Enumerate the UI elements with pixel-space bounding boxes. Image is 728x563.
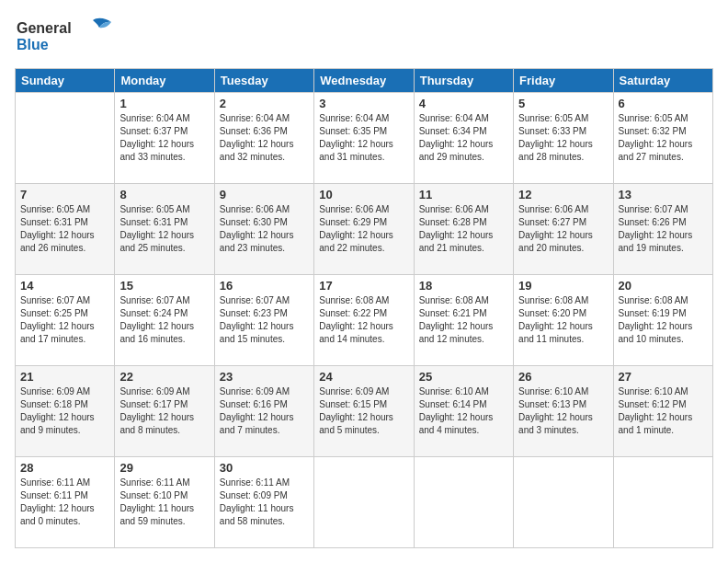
day-number: 2 bbox=[220, 97, 309, 110]
day-number: 18 bbox=[419, 279, 508, 293]
day-number: 17 bbox=[319, 279, 408, 293]
day-number: 26 bbox=[518, 370, 608, 384]
day-header-tuesday: Tuesday bbox=[214, 69, 313, 93]
calendar-week-5: 28Sunrise: 6:11 AM Sunset: 6:11 PM Dayli… bbox=[16, 457, 713, 548]
day-number: 4 bbox=[419, 97, 508, 110]
calendar-cell: 10Sunrise: 6:06 AM Sunset: 6:29 PM Dayli… bbox=[314, 184, 414, 275]
day-info: Sunrise: 6:07 AM Sunset: 6:25 PM Dayligh… bbox=[20, 294, 109, 346]
day-info: Sunrise: 6:11 AM Sunset: 6:11 PM Dayligh… bbox=[20, 477, 109, 528]
calendar-cell: 7Sunrise: 6:05 AM Sunset: 6:31 PM Daylig… bbox=[16, 184, 115, 275]
svg-text:Blue: Blue bbox=[17, 37, 49, 52]
day-info: Sunrise: 6:04 AM Sunset: 6:36 PM Dayligh… bbox=[220, 112, 309, 164]
calendar-cell: 16Sunrise: 6:07 AM Sunset: 6:23 PM Dayli… bbox=[214, 275, 313, 366]
calendar-cell: 24Sunrise: 6:09 AM Sunset: 6:15 PM Dayli… bbox=[314, 366, 414, 457]
calendar-cell bbox=[613, 457, 712, 548]
day-info: Sunrise: 6:05 AM Sunset: 6:33 PM Dayligh… bbox=[518, 112, 608, 164]
day-info: Sunrise: 6:07 AM Sunset: 6:26 PM Dayligh… bbox=[619, 203, 708, 255]
day-number: 15 bbox=[119, 279, 209, 293]
day-number: 16 bbox=[220, 279, 309, 293]
logo-block: General Blue bbox=[15, 15, 116, 59]
calendar-body: 1Sunrise: 6:04 AM Sunset: 6:37 PM Daylig… bbox=[16, 93, 713, 548]
day-info: Sunrise: 6:08 AM Sunset: 6:19 PM Dayligh… bbox=[619, 294, 708, 346]
day-info: Sunrise: 6:08 AM Sunset: 6:21 PM Dayligh… bbox=[419, 294, 508, 346]
day-info: Sunrise: 6:10 AM Sunset: 6:12 PM Dayligh… bbox=[619, 385, 708, 437]
day-header-monday: Monday bbox=[115, 69, 214, 93]
calendar-cell bbox=[514, 457, 613, 548]
logo: General Blue bbox=[15, 15, 116, 59]
day-number: 20 bbox=[619, 279, 708, 293]
calendar-cell: 12Sunrise: 6:06 AM Sunset: 6:27 PM Dayli… bbox=[514, 184, 613, 275]
day-header-thursday: Thursday bbox=[414, 69, 513, 93]
day-number: 1 bbox=[119, 97, 209, 110]
calendar-week-4: 21Sunrise: 6:09 AM Sunset: 6:18 PM Dayli… bbox=[16, 366, 713, 457]
day-info: Sunrise: 6:11 AM Sunset: 6:10 PM Dayligh… bbox=[119, 477, 209, 528]
day-info: Sunrise: 6:06 AM Sunset: 6:29 PM Dayligh… bbox=[319, 203, 408, 255]
day-number: 11 bbox=[419, 188, 508, 201]
calendar-cell bbox=[414, 457, 513, 548]
day-info: Sunrise: 6:10 AM Sunset: 6:14 PM Dayligh… bbox=[419, 385, 508, 437]
calendar-cell: 5Sunrise: 6:05 AM Sunset: 6:33 PM Daylig… bbox=[514, 93, 613, 184]
day-number: 23 bbox=[220, 370, 309, 384]
calendar-cell: 17Sunrise: 6:08 AM Sunset: 6:22 PM Dayli… bbox=[314, 275, 414, 366]
day-info: Sunrise: 6:04 AM Sunset: 6:35 PM Dayligh… bbox=[319, 112, 408, 164]
calendar-cell: 9Sunrise: 6:06 AM Sunset: 6:30 PM Daylig… bbox=[214, 184, 313, 275]
calendar-header-row: SundayMondayTuesdayWednesdayThursdayFrid… bbox=[16, 69, 713, 93]
day-info: Sunrise: 6:06 AM Sunset: 6:27 PM Dayligh… bbox=[518, 203, 608, 255]
day-number: 24 bbox=[319, 370, 408, 384]
day-info: Sunrise: 6:04 AM Sunset: 6:37 PM Dayligh… bbox=[119, 112, 209, 164]
calendar-cell: 18Sunrise: 6:08 AM Sunset: 6:21 PM Dayli… bbox=[414, 275, 513, 366]
day-info: Sunrise: 6:09 AM Sunset: 6:16 PM Dayligh… bbox=[220, 385, 309, 437]
day-info: Sunrise: 6:11 AM Sunset: 6:09 PM Dayligh… bbox=[220, 477, 309, 528]
calendar-cell: 30Sunrise: 6:11 AM Sunset: 6:09 PM Dayli… bbox=[214, 457, 313, 548]
day-number: 5 bbox=[518, 97, 608, 110]
day-info: Sunrise: 6:05 AM Sunset: 6:31 PM Dayligh… bbox=[20, 203, 109, 255]
calendar-week-3: 14Sunrise: 6:07 AM Sunset: 6:25 PM Dayli… bbox=[16, 275, 713, 366]
day-number: 29 bbox=[119, 461, 209, 475]
day-number: 19 bbox=[518, 279, 608, 293]
day-number: 12 bbox=[518, 188, 608, 201]
calendar-cell: 25Sunrise: 6:10 AM Sunset: 6:14 PM Dayli… bbox=[414, 366, 513, 457]
day-number: 21 bbox=[20, 370, 109, 384]
calendar-week-1: 1Sunrise: 6:04 AM Sunset: 6:37 PM Daylig… bbox=[16, 93, 713, 184]
day-info: Sunrise: 6:07 AM Sunset: 6:23 PM Dayligh… bbox=[220, 294, 309, 346]
day-header-wednesday: Wednesday bbox=[314, 69, 414, 93]
calendar-week-2: 7Sunrise: 6:05 AM Sunset: 6:31 PM Daylig… bbox=[16, 184, 713, 275]
day-header-sunday: Sunday bbox=[16, 69, 115, 93]
day-info: Sunrise: 6:10 AM Sunset: 6:13 PM Dayligh… bbox=[518, 385, 608, 437]
day-info: Sunrise: 6:08 AM Sunset: 6:22 PM Dayligh… bbox=[319, 294, 408, 346]
day-number: 8 bbox=[119, 188, 209, 201]
day-info: Sunrise: 6:06 AM Sunset: 6:30 PM Dayligh… bbox=[220, 203, 309, 255]
calendar-cell: 15Sunrise: 6:07 AM Sunset: 6:24 PM Dayli… bbox=[115, 275, 214, 366]
day-info: Sunrise: 6:05 AM Sunset: 6:32 PM Dayligh… bbox=[619, 112, 708, 164]
calendar-cell: 23Sunrise: 6:09 AM Sunset: 6:16 PM Dayli… bbox=[214, 366, 313, 457]
calendar-cell: 29Sunrise: 6:11 AM Sunset: 6:10 PM Dayli… bbox=[115, 457, 214, 548]
day-number: 10 bbox=[319, 188, 408, 201]
day-info: Sunrise: 6:09 AM Sunset: 6:17 PM Dayligh… bbox=[119, 385, 209, 437]
calendar-cell: 8Sunrise: 6:05 AM Sunset: 6:31 PM Daylig… bbox=[115, 184, 214, 275]
day-number: 22 bbox=[119, 370, 209, 384]
calendar-cell: 27Sunrise: 6:10 AM Sunset: 6:12 PM Dayli… bbox=[613, 366, 712, 457]
calendar-cell: 1Sunrise: 6:04 AM Sunset: 6:37 PM Daylig… bbox=[115, 93, 214, 184]
day-info: Sunrise: 6:04 AM Sunset: 6:34 PM Dayligh… bbox=[419, 112, 508, 164]
page: General Blue SundayMondayTuesdayWednesda… bbox=[0, 0, 728, 563]
day-header-friday: Friday bbox=[514, 69, 613, 93]
day-number: 28 bbox=[20, 461, 109, 475]
calendar-cell: 22Sunrise: 6:09 AM Sunset: 6:17 PM Dayli… bbox=[115, 366, 214, 457]
day-number: 7 bbox=[20, 188, 109, 201]
day-info: Sunrise: 6:07 AM Sunset: 6:24 PM Dayligh… bbox=[119, 294, 209, 346]
calendar-cell: 4Sunrise: 6:04 AM Sunset: 6:34 PM Daylig… bbox=[414, 93, 513, 184]
day-info: Sunrise: 6:09 AM Sunset: 6:18 PM Dayligh… bbox=[20, 385, 109, 437]
calendar-cell: 28Sunrise: 6:11 AM Sunset: 6:11 PM Dayli… bbox=[16, 457, 115, 548]
calendar-cell: 21Sunrise: 6:09 AM Sunset: 6:18 PM Dayli… bbox=[16, 366, 115, 457]
calendar-table: SundayMondayTuesdayWednesdayThursdayFrid… bbox=[15, 68, 713, 548]
calendar-cell: 6Sunrise: 6:05 AM Sunset: 6:32 PM Daylig… bbox=[613, 93, 712, 184]
calendar-cell: 20Sunrise: 6:08 AM Sunset: 6:19 PM Dayli… bbox=[613, 275, 712, 366]
calendar-cell: 3Sunrise: 6:04 AM Sunset: 6:35 PM Daylig… bbox=[314, 93, 414, 184]
logo-svg: General Blue bbox=[15, 15, 116, 55]
calendar-cell: 14Sunrise: 6:07 AM Sunset: 6:25 PM Dayli… bbox=[16, 275, 115, 366]
calendar-cell: 2Sunrise: 6:04 AM Sunset: 6:36 PM Daylig… bbox=[214, 93, 313, 184]
day-number: 9 bbox=[220, 188, 309, 201]
day-info: Sunrise: 6:06 AM Sunset: 6:28 PM Dayligh… bbox=[419, 203, 508, 255]
day-header-saturday: Saturday bbox=[613, 69, 712, 93]
svg-text:General: General bbox=[17, 20, 72, 36]
